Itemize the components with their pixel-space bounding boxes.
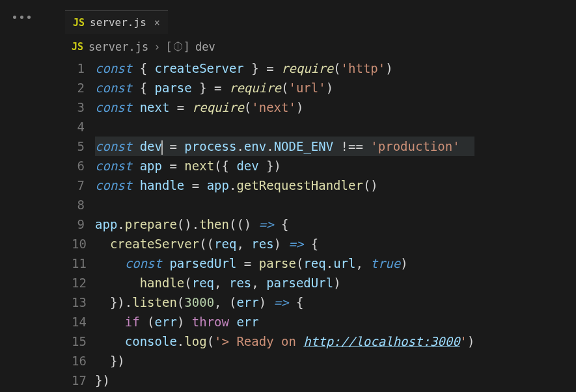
line-number: 4	[72, 117, 85, 137]
line-number: 16	[72, 351, 85, 371]
window-dot	[27, 16, 31, 19]
breadcrumb-file: server.js	[89, 40, 148, 53]
symbol-icon: [⏀]	[165, 40, 189, 53]
tab-filename: server.js	[90, 16, 146, 29]
line-number: 5	[72, 137, 85, 156]
window-dot	[20, 16, 23, 19]
line-number: 1	[72, 59, 85, 78]
line-number: 15	[72, 332, 85, 351]
chevron-right-icon: ›	[154, 40, 160, 53]
line-number: 9	[72, 215, 85, 234]
code-area[interactable]: 1234567891011121314151617 const { create…	[48, 59, 576, 390]
window-controls	[13, 16, 31, 19]
window-dot	[13, 16, 16, 19]
close-icon[interactable]: ×	[154, 17, 160, 29]
line-number: 7	[72, 176, 85, 195]
line-number: 2	[72, 78, 85, 98]
line-number: 11	[72, 254, 85, 273]
line-number: 12	[72, 273, 85, 293]
tab-bar: JS server.js ×	[65, 10, 576, 34]
line-number: 14	[72, 312, 85, 332]
line-number: 3	[72, 98, 85, 117]
tab-server-js[interactable]: JS server.js ×	[65, 10, 168, 34]
editor-container: JS server.js × JS server.js › [⏀] dev 12…	[0, 0, 576, 390]
line-number: 13	[72, 293, 85, 312]
js-icon: JS	[73, 17, 85, 29]
code-content[interactable]: const { createServer } = require('http')…	[95, 59, 474, 390]
breadcrumb-symbol: dev	[195, 40, 215, 53]
line-number-gutter: 1234567891011121314151617	[72, 59, 95, 390]
breadcrumb[interactable]: JS server.js › [⏀] dev	[48, 34, 576, 59]
js-icon: JS	[72, 41, 83, 53]
line-number: 6	[72, 156, 85, 176]
line-number: 10	[72, 234, 85, 254]
line-number: 8	[72, 195, 85, 215]
line-number: 17	[72, 371, 85, 390]
